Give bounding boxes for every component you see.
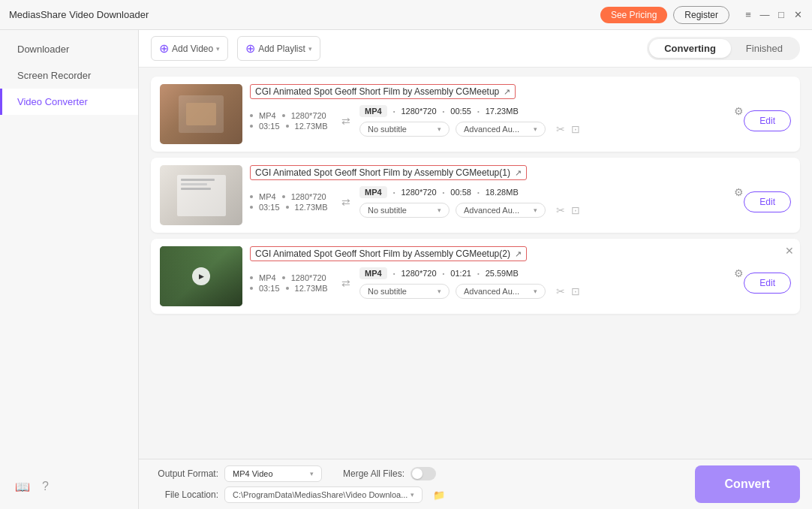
output-format-select[interactable]: MP4 Video ▾ bbox=[224, 465, 322, 482]
output-format-row: Output Format: MP4 Video ▾ Merge All Fil… bbox=[151, 465, 680, 482]
help-icon[interactable]: ? bbox=[42, 480, 49, 494]
video-thumbnail-1 bbox=[160, 84, 242, 144]
merge-toggle[interactable] bbox=[411, 467, 436, 480]
bottom-row: Output Format: MP4 Video ▾ Merge All Fil… bbox=[151, 465, 680, 503]
edit-button-1[interactable]: Edit bbox=[744, 110, 791, 131]
crop-icon-2[interactable]: ⊡ bbox=[571, 204, 580, 216]
tab-converting[interactable]: Converting bbox=[649, 39, 731, 58]
file-location-dropdown-arrow: ▾ bbox=[411, 491, 414, 498]
main-layout: Downloader Screen Recorder Video Convert… bbox=[0, 30, 812, 509]
video-title-row-3: CGI Animated Spot Geoff Short Film by As… bbox=[250, 246, 791, 261]
convert-button[interactable]: Convert bbox=[695, 465, 800, 503]
edit-button-3[interactable]: Edit bbox=[744, 273, 791, 294]
video-meta-row-3: MP4 1280*720 03:15 12.73MB ⇄ bbox=[250, 267, 791, 299]
subtitle-row-3: No subtitle ▾ Advanced Au... ▾ ✂ ⊡ bbox=[359, 284, 744, 299]
video-meta-row-1: MP4 1280*720 03:15 12.73MB ⇄ bbox=[250, 105, 791, 137]
subtitle-row-2: No subtitle ▾ Advanced Au... ▾ ✂ ⊡ bbox=[359, 203, 744, 218]
maximize-icon[interactable]: □ bbox=[776, 10, 786, 20]
crop-icon-1[interactable]: ⊡ bbox=[571, 123, 580, 135]
output-settings-1: MP4 • 1280*720 • 00:55 • 17.23MB ⚙ bbox=[359, 105, 744, 137]
video-item-1: CGI Animated Spot Geoff Short Film by As… bbox=[151, 77, 800, 152]
sidebar-item-screen-recorder[interactable]: Screen Recorder bbox=[0, 62, 138, 89]
book-icon[interactable]: 📖 bbox=[15, 480, 30, 494]
file-location-label: File Location: bbox=[151, 489, 218, 500]
external-link-icon-3[interactable]: ↗ bbox=[515, 249, 522, 259]
video-item-3: ✕ ▶ CGI Animated Spot Geoff Short Film b… bbox=[151, 239, 800, 314]
video-title-row-1: CGI Animated Spot Geoff Short Film by As… bbox=[250, 84, 791, 99]
output-duration-2: 00:58 bbox=[450, 188, 471, 197]
meta-dot bbox=[282, 114, 285, 117]
sidebar-item-video-converter[interactable]: Video Converter bbox=[0, 89, 138, 115]
settings-gear-2[interactable]: ⚙ bbox=[734, 186, 744, 198]
title-bar: MediasShare Video Downloader See Pricing… bbox=[0, 0, 812, 30]
minimize-icon[interactable]: — bbox=[759, 10, 770, 20]
scissors-icon-2[interactable]: ✂ bbox=[556, 204, 565, 216]
sidebar-item-downloader[interactable]: Downloader bbox=[0, 36, 138, 62]
register-button[interactable]: Register bbox=[673, 6, 729, 24]
toggle-knob bbox=[412, 468, 423, 479]
output-format-badge-3: MP4 bbox=[359, 267, 387, 279]
edit-button-2[interactable]: Edit bbox=[744, 191, 791, 212]
close-window-icon[interactable]: ✕ bbox=[792, 10, 803, 20]
add-playlist-dropdown-icon: ▾ bbox=[308, 45, 312, 53]
meta-format-duration-2: MP4 1280*720 bbox=[250, 192, 332, 201]
output-duration-3: 01:21 bbox=[450, 269, 471, 278]
action-icons-2: ✂ ⊡ bbox=[556, 204, 580, 216]
subtitle-dropdown-arrow-3: ▾ bbox=[438, 288, 441, 295]
output-resolution-2: 1280*720 bbox=[401, 188, 436, 197]
shuffle-icon-2[interactable]: ⇄ bbox=[341, 196, 350, 208]
subtitle-select-3[interactable]: No subtitle ▾ bbox=[359, 284, 450, 299]
output-resolution-1: 1280*720 bbox=[401, 107, 436, 116]
advanced-select-1[interactable]: Advanced Au... ▾ bbox=[456, 122, 546, 137]
app-title: MediasShare Video Downloader bbox=[9, 9, 600, 20]
video-title-box-2: CGI Animated Spot Geoff Short Film by As… bbox=[250, 165, 527, 180]
bottom-bar: Output Format: MP4 Video ▾ Merge All Fil… bbox=[139, 459, 812, 509]
video-details-1: CGI Animated Spot Geoff Short Film by As… bbox=[250, 84, 791, 137]
action-icons-3: ✂ ⊡ bbox=[556, 285, 580, 297]
video-title-box-3: CGI Animated Spot Geoff Short Film by As… bbox=[250, 246, 527, 261]
output-size-2: 18.28MB bbox=[486, 188, 519, 197]
settings-gear-1[interactable]: ⚙ bbox=[734, 105, 744, 117]
advanced-dropdown-arrow-3: ▾ bbox=[534, 288, 537, 295]
shuffle-icon-3[interactable]: ⇄ bbox=[341, 277, 350, 289]
external-link-icon-2[interactable]: ↗ bbox=[515, 168, 522, 178]
add-playlist-button[interactable]: ⊕ Add Playlist ▾ bbox=[237, 36, 320, 61]
close-item-button-3[interactable]: ✕ bbox=[785, 245, 794, 257]
meta-size-1: 03:15 12.73MB bbox=[250, 122, 332, 131]
menu-icon[interactable]: ≡ bbox=[743, 10, 753, 20]
scissors-icon-3[interactable]: ✂ bbox=[556, 285, 565, 297]
toolbar: ⊕ Add Video ▾ ⊕ Add Playlist ▾ Convertin… bbox=[139, 30, 812, 68]
crop-icon-3[interactable]: ⊡ bbox=[571, 285, 580, 297]
add-video-button[interactable]: ⊕ Add Video ▾ bbox=[151, 36, 228, 61]
subtitle-select-1[interactable]: No subtitle ▾ bbox=[359, 122, 450, 137]
output-format-label: Output Format: bbox=[151, 468, 218, 479]
tab-finished[interactable]: Finished bbox=[731, 39, 798, 58]
add-video-dropdown-icon: ▾ bbox=[216, 45, 220, 53]
shuffle-icon-1[interactable]: ⇄ bbox=[341, 115, 350, 127]
output-settings-2: MP4 • 1280*720 • 00:58 • 18.28MB ⚙ bbox=[359, 186, 744, 218]
advanced-select-3[interactable]: Advanced Au... ▾ bbox=[456, 284, 546, 299]
scissors-icon-1[interactable]: ✂ bbox=[556, 123, 565, 135]
meta-size-3: 03:15 12.73MB bbox=[250, 284, 332, 293]
advanced-dropdown-arrow-2: ▾ bbox=[534, 206, 537, 214]
advanced-select-2[interactable]: Advanced Au... ▾ bbox=[456, 203, 546, 218]
file-location-input[interactable]: C:\ProgramData\MediasShare\Video Downloa… bbox=[224, 486, 423, 503]
advanced-dropdown-arrow-1: ▾ bbox=[534, 125, 537, 133]
sidebar: Downloader Screen Recorder Video Convert… bbox=[0, 30, 139, 509]
output-resolution-3: 1280*720 bbox=[401, 269, 436, 278]
output-size-3: 25.59MB bbox=[486, 269, 519, 278]
meta-format-duration-1: MP4 1280*720 bbox=[250, 111, 332, 120]
output-format-dropdown-arrow: ▾ bbox=[310, 470, 314, 477]
meta-dot bbox=[286, 125, 289, 128]
window-controls: ≡ — □ ✕ bbox=[743, 10, 803, 20]
see-pricing-button[interactable]: See Pricing bbox=[600, 7, 667, 23]
folder-icon[interactable]: 📁 bbox=[433, 489, 445, 501]
add-playlist-icon: ⊕ bbox=[245, 41, 255, 56]
subtitle-select-2[interactable]: No subtitle ▾ bbox=[359, 203, 450, 218]
output-size-1: 17.23MB bbox=[486, 107, 519, 116]
video-details-3: CGI Animated Spot Geoff Short Film by As… bbox=[250, 246, 791, 299]
external-link-icon-1[interactable]: ↗ bbox=[504, 87, 510, 97]
meta-dot bbox=[250, 114, 253, 117]
settings-gear-3[interactable]: ⚙ bbox=[734, 267, 744, 279]
sidebar-bottom: 📖 ? bbox=[0, 472, 139, 501]
